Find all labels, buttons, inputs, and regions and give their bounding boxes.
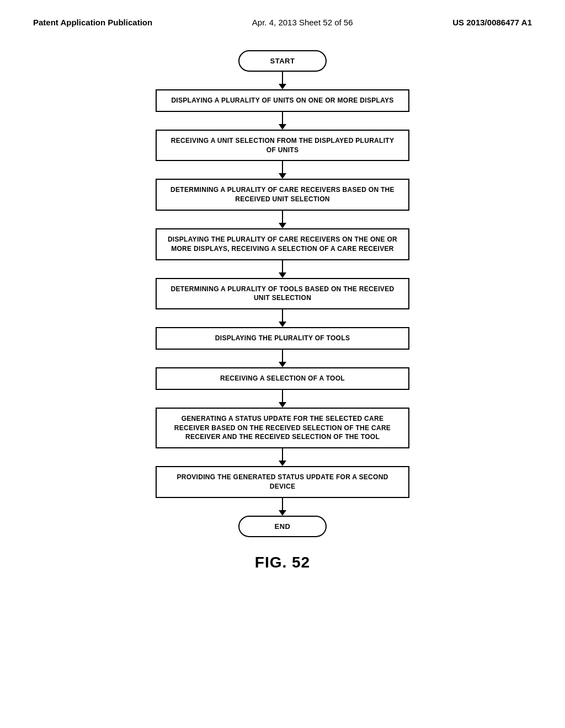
step5-node: DETERMINING A PLURALITY OF TOOLS BASED O… — [156, 278, 409, 310]
arrow-head — [279, 322, 286, 327]
arrow-0 — [279, 72, 286, 89]
arrow-line — [282, 260, 283, 272]
start-node: START — [238, 50, 327, 72]
arrow-8 — [279, 448, 286, 466]
step6-node: DISPLAYING THE PLURALITY OF TOOLS — [156, 327, 409, 350]
step6-label: DISPLAYING THE PLURALITY OF TOOLS — [215, 334, 350, 342]
patent-number-label: US 2013/0086477 A1 — [452, 18, 532, 27]
arrow-head — [279, 84, 286, 89]
step7-label: RECEIVING A SELECTION OF A TOOL — [220, 374, 345, 382]
step5-label: DETERMINING A PLURALITY OF TOOLS BASED O… — [171, 285, 395, 302]
step8-label: GENERATING A STATUS UPDATE FOR THE SELEC… — [174, 415, 391, 441]
arrow-head — [279, 461, 286, 466]
arrow-line — [282, 498, 283, 510]
step7-node: RECEIVING A SELECTION OF A TOOL — [156, 367, 409, 390]
arrow-2 — [279, 161, 286, 179]
arrow-line — [282, 211, 283, 223]
page-header: Patent Application Publication Apr. 4, 2… — [0, 0, 565, 34]
date-sheet-label: Apr. 4, 2013 Sheet 52 of 56 — [252, 18, 353, 27]
header-right: US 2013/0086477 A1 — [452, 17, 532, 28]
header-left: Patent Application Publication — [33, 17, 152, 28]
arrow-head — [279, 402, 286, 408]
arrow-5 — [279, 309, 286, 327]
step1-node: DISPLAYING A PLURALITY OF UNITS ON ONE O… — [156, 89, 409, 112]
step9-node: PROVIDING THE GENERATED STATUS UPDATE FO… — [156, 466, 409, 498]
step4-label: DISPLAYING THE PLURALITY OF CARE RECEIVE… — [168, 235, 397, 253]
arrow-line — [282, 309, 283, 322]
arrow-head — [279, 362, 286, 367]
step9-label: PROVIDING THE GENERATED STATUS UPDATE FO… — [177, 473, 388, 490]
arrow-6 — [279, 350, 286, 367]
step1-label: DISPLAYING A PLURALITY OF UNITS ON ONE O… — [171, 97, 393, 104]
step2-label: RECEIVING A UNIT SELECTION FROM THE DISP… — [171, 137, 395, 154]
step4-node: DISPLAYING THE PLURALITY OF CARE RECEIVE… — [156, 228, 409, 260]
arrow-4 — [279, 260, 286, 278]
step3-label: DETERMINING A PLURALITY OF CARE RECEIVER… — [170, 186, 395, 203]
arrow-line — [282, 112, 283, 124]
arrow-line — [282, 161, 283, 173]
step2-node: RECEIVING A UNIT SELECTION FROM THE DISP… — [156, 130, 409, 162]
arrow-head — [279, 272, 286, 278]
start-label: START — [270, 57, 295, 65]
step3-node: DETERMINING A PLURALITY OF CARE RECEIVER… — [156, 179, 409, 211]
arrow-line — [282, 390, 283, 402]
arrow-head — [279, 510, 286, 516]
arrow-head — [279, 124, 286, 130]
end-node: END — [238, 516, 327, 537]
arrow-1 — [279, 112, 286, 130]
end-label: END — [275, 522, 291, 531]
arrow-head — [279, 223, 286, 228]
arrow-7 — [279, 390, 286, 408]
flowchart: START DISPLAYING A PLURALITY OF UNITS ON… — [156, 50, 409, 537]
arrow-9 — [279, 498, 286, 516]
figure-label: FIG. 52 — [255, 554, 310, 571]
arrow-line — [282, 72, 283, 84]
diagram-container: START DISPLAYING A PLURALITY OF UNITS ON… — [0, 34, 565, 582]
header-center: Apr. 4, 2013 Sheet 52 of 56 — [252, 17, 353, 28]
arrow-head — [279, 173, 286, 179]
arrow-line — [282, 350, 283, 362]
publication-label: Patent Application Publication — [33, 18, 152, 27]
arrow-3 — [279, 211, 286, 228]
arrow-line — [282, 448, 283, 461]
step8-node: GENERATING A STATUS UPDATE FOR THE SELEC… — [156, 408, 409, 448]
